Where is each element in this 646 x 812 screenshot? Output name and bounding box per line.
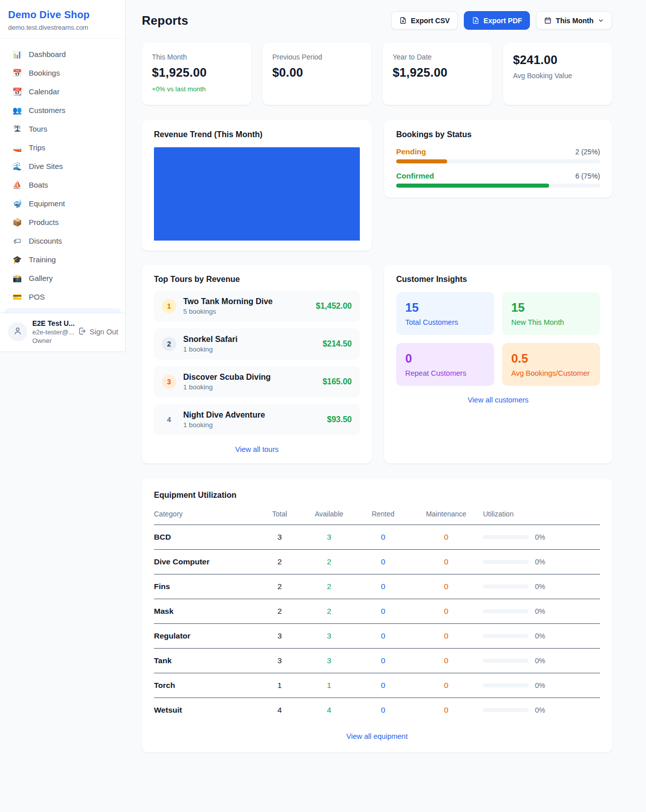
equipment-category: Mask bbox=[154, 607, 258, 616]
view-all-tours-link[interactable]: View all tours bbox=[154, 445, 360, 453]
insight-label: Total Customers bbox=[405, 318, 485, 326]
insight-tile: 0 Repeat Customers bbox=[396, 343, 494, 386]
equipment-utilization-cell: 0% bbox=[483, 657, 600, 665]
equipment-row: Fins 2 2 0 0 0% bbox=[154, 574, 600, 599]
equipment-available: 3 bbox=[301, 656, 357, 665]
nav-item-label: Discounts bbox=[29, 237, 62, 245]
file-download-icon bbox=[472, 17, 479, 24]
utilization-percent: 0% bbox=[535, 583, 545, 591]
equipment-rented: 0 bbox=[357, 631, 409, 641]
view-all-customers-link[interactable]: View all customers bbox=[396, 396, 600, 404]
sidebar-nav-item[interactable]: 📅 Bookings bbox=[4, 64, 121, 82]
export-csv-button[interactable]: Export CSV bbox=[391, 11, 458, 30]
sidebar-item-reports-partial[interactable] bbox=[4, 308, 121, 313]
tour-bookings: 5 bookings bbox=[183, 308, 273, 315]
sidebar-nav-item[interactable]: ⛵ Boats bbox=[4, 176, 121, 194]
nav-item-icon: 📦 bbox=[12, 218, 22, 226]
bookings-by-status-title: Bookings by Status bbox=[396, 130, 600, 139]
sidebar-nav-item[interactable]: 🤿 Equipment bbox=[4, 194, 121, 213]
equipment-utilization-cell: 0% bbox=[483, 607, 600, 615]
period-dropdown[interactable]: This Month bbox=[536, 11, 612, 30]
equipment-available: 3 bbox=[301, 533, 357, 542]
tour-revenue: $214.50 bbox=[322, 339, 352, 349]
equipment-utilization-card: Equipment Utilization Category Total Ava… bbox=[142, 479, 612, 752]
equipment-utilization-title: Equipment Utilization bbox=[154, 491, 600, 500]
sidebar-nav-item[interactable]: 📦 Products bbox=[4, 213, 121, 231]
tour-row[interactable]: 3 Discover Scuba Diving 1 booking $165.0… bbox=[154, 366, 360, 397]
insight-value: 15 bbox=[511, 301, 591, 315]
nav-item-icon: 🌊 bbox=[12, 162, 22, 170]
utilization-percent: 0% bbox=[535, 657, 545, 665]
equipment-table-header: Category Total Available Rented Maintena… bbox=[154, 510, 600, 525]
equipment-category: Torch bbox=[154, 681, 258, 690]
tour-bookings: 1 booking bbox=[183, 383, 271, 391]
shop-name: Demo Dive Shop bbox=[8, 9, 117, 21]
tour-list: 1 Two Tank Morning Dive 5 bookings $1,45… bbox=[154, 291, 360, 435]
nav-item-icon: 🤿 bbox=[12, 200, 22, 207]
sidebar-nav-item[interactable]: 🚤 Trips bbox=[4, 138, 121, 157]
equipment-total: 2 bbox=[258, 607, 301, 616]
export-csv-label: Export CSV bbox=[411, 17, 450, 25]
stat-card: Avg Booking Value $241.00 bbox=[503, 43, 613, 105]
view-all-equipment-link[interactable]: View all equipment bbox=[154, 732, 600, 740]
nav-item-label: Boats bbox=[29, 181, 48, 189]
col-category: Category bbox=[154, 510, 258, 518]
sidebar-nav-item[interactable]: 🏝 Tours bbox=[4, 120, 121, 138]
tour-row[interactable]: 4 Night Dive Adventure 1 booking $93.50 bbox=[154, 404, 360, 435]
logout-icon bbox=[78, 327, 86, 337]
equipment-maintenance: 0 bbox=[409, 607, 483, 616]
stat-value: $0.00 bbox=[273, 66, 362, 80]
export-pdf-label: Export PDF bbox=[483, 17, 522, 25]
stat-label: This Month bbox=[152, 53, 241, 61]
equipment-category: BCD bbox=[154, 533, 258, 542]
nav-item-icon: 💳 bbox=[12, 293, 22, 301]
stat-card: Year to Date $1,925.00 bbox=[383, 43, 492, 105]
period-label: This Month bbox=[556, 17, 594, 25]
sidebar-nav-item[interactable]: 🏷 Discounts bbox=[4, 231, 121, 250]
utilization-percent: 0% bbox=[535, 632, 545, 640]
tour-row[interactable]: 2 Snorkel Safari 1 booking $214.50 bbox=[154, 328, 360, 360]
equipment-category: Fins bbox=[154, 582, 258, 591]
sidebar-nav: 📊 Dashboard 📅 Bookings 📆 Calendar 👥 Cust… bbox=[0, 39, 125, 306]
equipment-rented: 0 bbox=[357, 582, 409, 591]
equipment-rented: 0 bbox=[357, 656, 409, 665]
nav-item-label: Equipment bbox=[29, 199, 65, 208]
sidebar-nav-item[interactable]: 📆 Calendar bbox=[4, 82, 121, 101]
header-actions: Export CSV Export PDF bbox=[391, 11, 612, 30]
top-tours-title: Top Tours by Revenue bbox=[154, 275, 360, 284]
equipment-row: Wetsuit 4 4 0 0 0% bbox=[154, 698, 600, 722]
sidebar-nav-item[interactable]: 🌊 Dive Sites bbox=[4, 157, 121, 176]
nav-item-label: Dashboard bbox=[29, 50, 66, 59]
status-row: Pending 2 (25%) bbox=[396, 147, 600, 163]
insight-value: 0 bbox=[405, 352, 485, 366]
sidebar-nav-item[interactable]: 💳 POS bbox=[4, 287, 121, 306]
nav-item-icon: 📆 bbox=[12, 88, 22, 95]
export-pdf-button[interactable]: Export PDF bbox=[464, 11, 530, 30]
nav-item-icon: 🏷 bbox=[12, 237, 22, 245]
user-meta: E2E Test U... e2e-tester@... Owner bbox=[32, 319, 73, 344]
utilization-percent: 0% bbox=[535, 681, 545, 689]
sidebar-nav-item[interactable]: 👥 Customers bbox=[4, 101, 121, 120]
status-progress-fill bbox=[396, 159, 447, 163]
sidebar-nav-item[interactable]: 🎓 Training bbox=[4, 250, 121, 269]
customer-insights-title: Customer Insights bbox=[396, 275, 600, 284]
utilization-track bbox=[483, 609, 528, 613]
insight-value: 0.5 bbox=[511, 352, 591, 366]
stat-value: $1,925.00 bbox=[393, 66, 482, 80]
customer-insights-card: Customer Insights 15 Total Customers 15 … bbox=[384, 265, 612, 463]
nav-item-icon: 📅 bbox=[12, 69, 22, 77]
sidebar-nav-item[interactable]: 📊 Dashboard bbox=[4, 45, 121, 64]
user-role: Owner bbox=[32, 337, 73, 344]
insight-tile: 15 Total Customers bbox=[396, 292, 494, 335]
nav-item-icon: ⛵ bbox=[12, 181, 22, 189]
nav-item-label: Dive Sites bbox=[29, 162, 63, 170]
tour-row[interactable]: 1 Two Tank Morning Dive 5 bookings $1,45… bbox=[154, 291, 360, 322]
sign-out-button[interactable]: Sign Out bbox=[78, 327, 118, 337]
equipment-rented: 0 bbox=[357, 607, 409, 616]
user-name: E2E Test U... bbox=[32, 319, 73, 327]
status-label: Pending bbox=[396, 147, 426, 156]
equipment-total: 3 bbox=[258, 631, 301, 641]
insight-tiles: 15 Total Customers 15 New This Month 0 R… bbox=[396, 292, 600, 386]
sidebar-nav-item[interactable]: 📸 Gallery bbox=[4, 269, 121, 287]
utilization-track bbox=[483, 585, 528, 589]
